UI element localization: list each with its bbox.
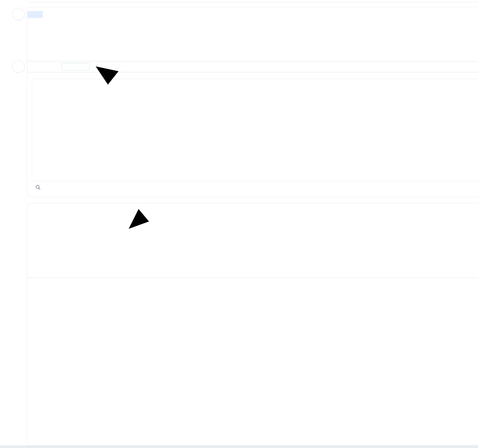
python-cell [27, 203, 478, 445]
next-cell-edge [0, 445, 478, 448]
sql-cell [27, 7, 478, 197]
search-icon[interactable] [35, 185, 41, 191]
divider [27, 61, 478, 62]
divider [27, 72, 478, 72]
altair-chart-output [27, 277, 478, 445]
output-variable-pill[interactable] [62, 63, 90, 70]
add-cell-button-middle[interactable] [12, 60, 25, 73]
add-cell-button-top[interactable] [12, 8, 25, 20]
active-line-highlight [27, 11, 43, 18]
previous-cell-remnant [27, 0, 478, 2]
dataframe-table [32, 79, 478, 181]
